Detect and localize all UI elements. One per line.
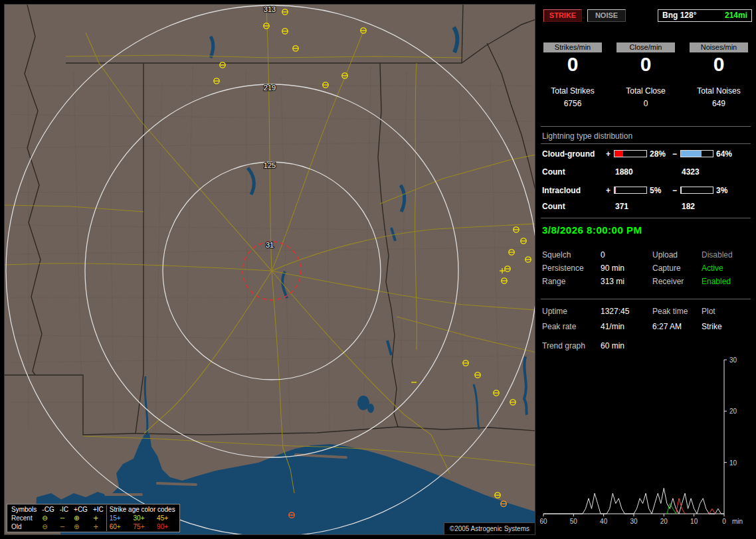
total-noises-label: Total Noises	[690, 86, 748, 96]
plot-label: Plot	[702, 307, 715, 316]
noises-per-min-value: 0	[690, 53, 748, 76]
count-label: Count	[542, 202, 565, 211]
svg-text:31: 31	[266, 241, 274, 249]
svg-text:20: 20	[729, 408, 737, 415]
svg-text:0: 0	[722, 518, 726, 525]
noises-per-min-label: Noises/min	[690, 42, 748, 52]
bearing-distance: 214mi	[725, 10, 747, 21]
svg-text:125: 125	[264, 161, 276, 169]
cloud-ground-row: Cloud-ground + 28% − 64%	[539, 149, 752, 159]
bearing-value: Bng 128°	[662, 11, 696, 20]
age-90: 90+	[154, 522, 178, 531]
ic-plus-bar	[614, 187, 647, 194]
capture-label: Capture	[652, 264, 681, 273]
svg-text:313: 313	[264, 5, 276, 13]
minus-sign: −	[672, 149, 677, 159]
age-75: 75+	[131, 522, 155, 531]
age-45: 45+	[154, 514, 178, 522]
legend-header-symbols: Symbols	[9, 505, 39, 514]
svg-text:219: 219	[264, 84, 276, 92]
upload-status: Disabled	[702, 250, 733, 260]
cg-plus-old-icon: ⊕	[71, 522, 90, 531]
cg-minus-recent-icon: ⊖	[39, 514, 56, 522]
status-panel: STRIKE NOISE 214mi Bng 128° Strikes/min …	[539, 4, 752, 535]
legend-old-label: Old	[9, 522, 39, 531]
minus-sign: −	[672, 186, 677, 195]
total-strikes-value: 6756	[543, 99, 602, 108]
intracloud-row: Intracloud + 5% − 3%	[539, 186, 752, 196]
upload-label: Upload	[652, 250, 678, 260]
peak-time-value: 6:27 AM	[652, 322, 682, 331]
persistence-value: 90 min	[601, 264, 624, 273]
ic-minus-bar	[680, 187, 713, 194]
divider	[541, 126, 751, 127]
receiver-label: Receiver	[652, 277, 684, 286]
ic-minus-recent-icon: −	[57, 514, 71, 522]
ic-minus-count: 182	[682, 202, 695, 211]
svg-text:30: 30	[729, 356, 737, 364]
lightning-map[interactable]: 31125219313 Symbols -CG -IC +CG +IC Stri…	[4, 4, 535, 535]
current-datetime: 3/8/2026 8:00:00 PM	[542, 224, 642, 236]
cloud-ground-label: Cloud-ground	[542, 149, 595, 159]
svg-text:60: 60	[539, 518, 547, 525]
uptime-value: 1327:45	[601, 307, 629, 316]
ic-minus-percent: 3%	[716, 186, 727, 195]
total-close-value: 0	[616, 99, 675, 108]
trend-graph: 3020106050403020100min	[539, 352, 752, 531]
divider	[541, 218, 751, 218]
peak-time-label: Peak time	[652, 307, 688, 316]
divider	[541, 143, 751, 144]
cloud-ground-count-row: Count 1880 4323	[539, 167, 752, 177]
total-close-label: Total Close	[616, 86, 675, 96]
cg-plus-count: 1880	[615, 167, 633, 177]
cg-minus-old-icon: ⊖	[39, 522, 56, 531]
trend-graph-label: Trend graph	[542, 341, 585, 350]
peak-rate-label: Peak rate	[542, 322, 576, 331]
range-label: Range	[542, 277, 565, 286]
age-15: 15+	[106, 514, 130, 522]
cg-minus-count: 4323	[682, 167, 700, 177]
peak-rate-value: 41/min	[601, 322, 624, 331]
squelch-value: 0	[601, 250, 605, 260]
close-per-min-value: 0	[616, 53, 675, 76]
age-60: 60+	[106, 522, 130, 531]
cg-plus-recent-icon: ⊕	[71, 514, 90, 522]
copyright-notice: ©2005 Astrogenic Systems	[444, 522, 535, 534]
nexstorm-window: 31125219313 Symbols -CG -IC +CG +IC Stri…	[0, 0, 756, 539]
svg-text:min: min	[732, 518, 743, 525]
legend-age-header: Strike age color codes	[106, 505, 177, 514]
noise-mode-button[interactable]: NOISE	[587, 9, 626, 22]
ic-minus-old-icon: −	[57, 522, 71, 531]
ic-plus-old-icon: +	[90, 522, 106, 531]
plot-mode-value: Strike	[702, 322, 722, 331]
symbols-legend: Symbols -CG -IC +CG +IC Strike age color…	[7, 504, 180, 532]
legend-header-ic-plus: +IC	[90, 505, 106, 514]
count-label: Count	[542, 167, 565, 177]
uptime-label: Uptime	[542, 307, 567, 316]
strike-mode-button[interactable]: STRIKE	[543, 9, 582, 22]
intracloud-count-row: Count 371 182	[539, 202, 752, 212]
cg-plus-bar	[614, 150, 647, 157]
range-value: 313 mi	[601, 277, 624, 286]
legend-recent-label: Recent	[9, 514, 39, 522]
cg-minus-percent: 64%	[716, 149, 732, 159]
plus-sign: +	[606, 186, 611, 195]
svg-text:30: 30	[630, 518, 638, 525]
svg-text:50: 50	[570, 518, 578, 525]
intracloud-label: Intracloud	[542, 186, 581, 195]
capture-status: Active	[702, 264, 723, 273]
svg-text:10: 10	[690, 518, 698, 525]
close-per-min-label: Close/min	[616, 42, 675, 52]
age-30: 30+	[131, 514, 155, 522]
svg-text:20: 20	[660, 518, 668, 525]
strikes-per-min-label: Strikes/min	[543, 42, 602, 52]
plus-sign: +	[606, 149, 611, 159]
legend-header-cg-minus: -CG	[39, 505, 56, 514]
bearing-readout: 214mi Bng 128°	[658, 9, 752, 22]
svg-text:40: 40	[600, 518, 608, 525]
legend-header-ic-minus: -IC	[57, 505, 71, 514]
persistence-label: Persistence	[542, 264, 584, 273]
strikes-per-min-value: 0	[543, 53, 602, 76]
cg-minus-bar	[680, 150, 713, 157]
cg-plus-percent: 28%	[650, 149, 666, 159]
